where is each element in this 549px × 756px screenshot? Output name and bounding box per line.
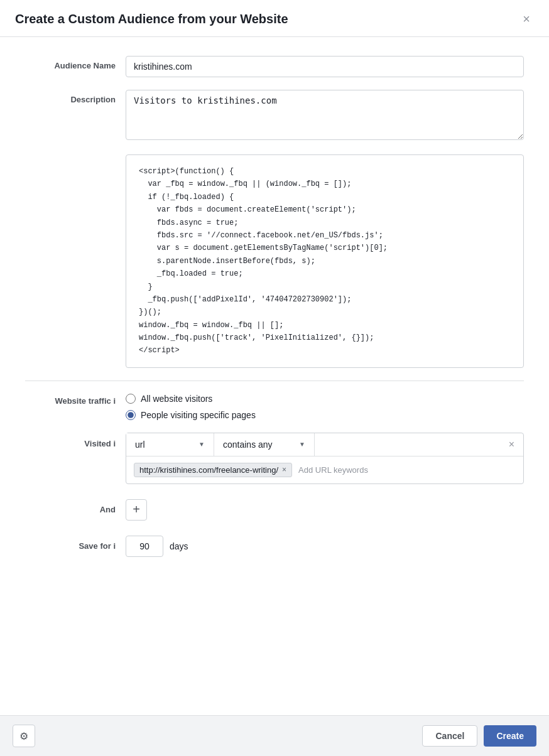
traffic-option-specific[interactable]: People visiting specific pages [126,410,524,420]
url-tag: http://kristihines.com/freelance-writing… [134,463,292,477]
url-dropdown-caret: ▼ [198,441,205,448]
add-condition-button[interactable]: + [126,499,147,521]
description-input[interactable]: Visitors to kristihines.com [126,90,524,140]
cancel-button[interactable]: Cancel [422,725,477,747]
url-tag-remove-button[interactable]: × [282,466,286,473]
close-button[interactable]: × [519,11,534,26]
url-dropdown-value: url [135,440,145,450]
add-url-placeholder[interactable]: Add URL keywords [296,465,371,475]
traffic-option-specific-label: People visiting specific pages [141,410,256,420]
description-wrap: Visitors to kristihines.com [126,90,524,142]
description-row: Description Visitors to kristihines.com [25,90,524,142]
audience-name-wrap [126,56,524,77]
gear-icon: ⚙ [19,730,28,742]
footer-right: Cancel Create [422,725,536,747]
save-for-row: Save for i days [25,536,524,557]
traffic-option-all-label: All website visitors [141,394,212,404]
traffic-radio-specific[interactable] [126,410,136,420]
visited-section: Visited i url ▼ contains any ▼ × [25,433,524,484]
save-for-input[interactable] [126,536,163,557]
url-tag-value: http://kristihines.com/freelance-writing… [139,465,278,475]
website-traffic-section: Website traffic i All website visitors P… [25,394,524,420]
modal-title: Create a Custom Audience from your Websi… [15,12,288,26]
description-label: Description [25,90,126,104]
website-traffic-info-icon[interactable]: i [113,396,116,406]
visited-label: Visited i [25,433,126,448]
modal-header: Create a Custom Audience from your Websi… [0,0,549,37]
modal-body: Audience Name Description Visitors to kr… [0,37,549,715]
visited-info-icon[interactable]: i [113,439,116,448]
code-snippet-wrap: <script>(function() { var _fbq = window.… [126,154,524,368]
code-snippet-row: <script>(function() { var _fbq = window.… [25,154,524,368]
save-for-info-icon[interactable]: i [113,541,116,551]
visited-dropdown-row: url ▼ contains any ▼ × [126,433,523,456]
url-tags-area: http://kristihines.com/freelance-writing… [126,456,523,483]
gear-button[interactable]: ⚙ [13,725,35,747]
code-snippet-label [25,154,126,159]
url-dropdown[interactable]: url ▼ [126,433,214,456]
and-label: And [25,505,126,514]
create-button[interactable]: Create [484,725,536,747]
save-for-label: Save for i [25,541,126,551]
traffic-radio-all[interactable] [126,394,136,404]
website-traffic-label: Website traffic i [25,394,126,406]
modal: Create a Custom Audience from your Websi… [0,0,549,756]
audience-name-row: Audience Name [25,56,524,77]
footer-left: ⚙ [13,725,35,747]
contains-dropdown-caret: ▼ [299,441,305,448]
contains-dropdown-value: contains any [223,440,273,450]
and-row: And + [25,499,524,521]
modal-footer: ⚙ Cancel Create [0,715,549,756]
remove-row-button[interactable]: × [500,434,523,455]
code-box: <script>(function() { var _fbq = window.… [126,154,524,368]
audience-name-label: Audience Name [25,56,126,70]
divider [25,381,524,381]
audience-name-input[interactable] [126,56,524,77]
save-for-days-label: days [170,541,188,551]
contains-dropdown[interactable]: contains any ▼ [214,433,315,456]
traffic-options: All website visitors People visiting spe… [126,394,524,420]
traffic-option-all[interactable]: All website visitors [126,394,524,404]
visited-control: url ▼ contains any ▼ × http://kristihine… [126,433,524,484]
